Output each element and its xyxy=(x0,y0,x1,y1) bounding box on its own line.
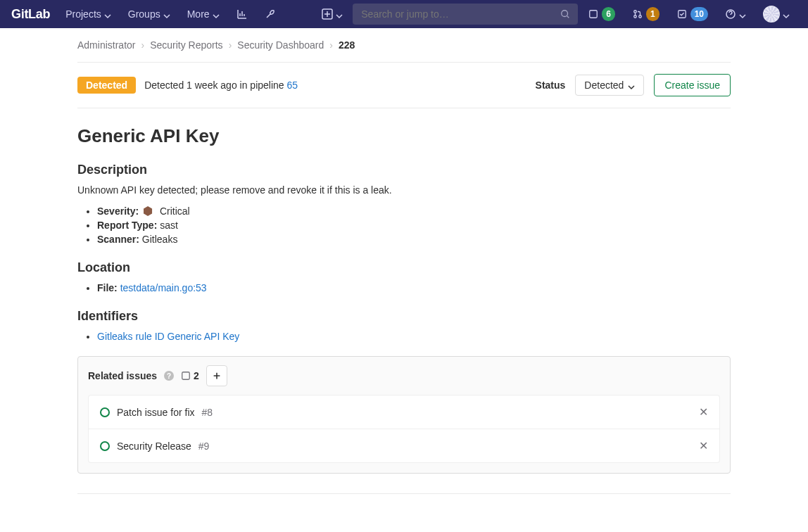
issue-ref: #9 xyxy=(198,441,210,452)
scanner-item: Scanner: Gitleaks xyxy=(97,234,731,245)
nav-more[interactable]: More xyxy=(180,3,227,25)
related-issues-panel: Related issues ? 2 Patch issue for fix #… xyxy=(77,356,731,474)
crumb-current: 228 xyxy=(339,39,355,51)
description-text: Unknown API key detected; please remove … xyxy=(77,184,731,196)
help-icon xyxy=(725,8,736,20)
svg-point-5 xyxy=(639,15,642,18)
location-heading: Location xyxy=(77,260,731,275)
help-icon[interactable]: ? xyxy=(164,371,174,381)
status-row: Detected Detected 1 week ago in pipeline… xyxy=(77,63,731,108)
chevron-right-icon: › xyxy=(229,39,232,51)
status-dropdown[interactable]: Detected xyxy=(575,75,644,96)
chevron-down-icon xyxy=(213,11,220,18)
nav-groups-label: Groups xyxy=(128,8,160,20)
status-label: Status xyxy=(536,80,566,91)
todos-badge: 10 xyxy=(690,7,708,21)
nav-projects-label: Projects xyxy=(65,8,101,20)
issues-badge: 6 xyxy=(602,7,615,21)
identifiers-heading: Identifiers xyxy=(77,309,731,324)
severity-value: Critical xyxy=(160,205,190,217)
brand-logo[interactable]: GitLab xyxy=(6,7,56,22)
avatar xyxy=(763,6,780,23)
issue-open-icon xyxy=(100,441,110,451)
report-type-item: Report Type: sast xyxy=(97,220,731,231)
severity-item: Severity: Critical xyxy=(97,205,731,217)
related-count: 2 xyxy=(181,370,199,381)
global-search[interactable] xyxy=(353,4,578,25)
chevron-right-icon: › xyxy=(329,39,333,51)
merge-request-icon xyxy=(632,8,643,20)
scanner-value: Gitleaks xyxy=(142,234,178,245)
status-badge: Detected xyxy=(77,77,136,94)
create-issue-button[interactable]: Create issue xyxy=(654,74,731,96)
detected-text: Detected 1 week ago in pipeline 65 xyxy=(144,80,298,91)
mr-badge: 1 xyxy=(646,7,659,21)
nav-plus[interactable] xyxy=(315,3,350,25)
svg-rect-2 xyxy=(590,11,598,18)
chevron-right-icon: › xyxy=(141,39,144,51)
search-input[interactable] xyxy=(360,8,554,20)
chevron-down-icon xyxy=(628,82,635,89)
top-navbar: GitLab Projects Groups More xyxy=(0,0,808,28)
file-link[interactable]: testdata/main.go:53 xyxy=(120,282,207,293)
scanner-key: Scanner: xyxy=(97,234,139,245)
nav-projects[interactable]: Projects xyxy=(58,3,118,25)
related-issue-row[interactable]: Patch issue for fix #8 ✕ xyxy=(89,395,719,429)
svg-point-1 xyxy=(562,11,568,17)
related-count-value: 2 xyxy=(194,370,199,381)
nav-groups[interactable]: Groups xyxy=(121,3,177,25)
crumb-security-dashboard[interactable]: Security Dashboard xyxy=(237,39,324,51)
report-key: Report Type: xyxy=(97,220,157,231)
issue-ref: #8 xyxy=(202,407,213,418)
chevron-down-icon xyxy=(783,11,790,18)
nav-user-menu[interactable] xyxy=(756,3,797,25)
nav-analytics-icon[interactable] xyxy=(229,3,255,25)
svg-point-3 xyxy=(634,11,637,13)
identifier-link[interactable]: Gitleaks rule ID Generic API Key xyxy=(97,331,239,342)
crumb-security-reports[interactable]: Security Reports xyxy=(150,39,222,51)
svg-rect-8 xyxy=(182,372,190,380)
plus-square-icon xyxy=(322,8,333,20)
description-heading: Description xyxy=(77,163,731,177)
related-issue-row[interactable]: Security Release #9 ✕ xyxy=(89,429,719,462)
chevron-down-icon xyxy=(163,11,170,18)
page-title: Generic API Key xyxy=(77,125,731,147)
related-heading: Related issues xyxy=(88,370,157,381)
plus-icon xyxy=(212,371,222,381)
issue-icon xyxy=(588,8,599,20)
divider xyxy=(77,493,731,494)
detected-prefix: Detected 1 week ago in pipeline xyxy=(144,80,286,91)
chevron-down-icon xyxy=(739,11,746,18)
add-related-button[interactable] xyxy=(206,365,227,386)
breadcrumb: Administrator › Security Reports › Secur… xyxy=(77,28,731,63)
chart-icon xyxy=(236,8,248,20)
crumb-admin[interactable]: Administrator xyxy=(77,39,135,51)
issue-title: Patch issue for fix xyxy=(117,407,195,418)
remove-related-button[interactable]: ✕ xyxy=(699,405,708,419)
search-icon xyxy=(560,8,571,20)
severity-critical-icon xyxy=(143,206,153,216)
file-item: File: testdata/main.go:53 xyxy=(97,282,731,293)
chevron-down-icon xyxy=(336,11,343,18)
issue-open-icon xyxy=(100,407,110,417)
chevron-down-icon xyxy=(104,11,111,18)
severity-key: Severity: xyxy=(97,205,139,217)
report-value: sast xyxy=(160,220,178,231)
issue-title: Security Release xyxy=(117,441,191,452)
remove-related-button[interactable]: ✕ xyxy=(699,439,708,452)
nav-more-label: More xyxy=(187,8,210,20)
nav-mr-counter[interactable]: 1 xyxy=(625,3,667,25)
pipeline-link[interactable]: 65 xyxy=(287,80,298,91)
wrench-icon xyxy=(265,8,276,20)
nav-wrench-icon[interactable] xyxy=(258,3,283,25)
file-key: File: xyxy=(97,282,118,293)
detail-list: Severity: Critical Report Type: sast Sca… xyxy=(77,205,731,245)
nav-issues-counter[interactable]: 6 xyxy=(581,3,622,25)
nav-help[interactable] xyxy=(718,3,753,25)
todo-icon xyxy=(676,8,688,20)
svg-point-4 xyxy=(634,15,637,18)
identifier-item: Gitleaks rule ID Generic API Key xyxy=(97,331,731,342)
status-dropdown-value: Detected xyxy=(584,80,624,91)
link-icon xyxy=(181,371,191,381)
nav-todos-counter[interactable]: 10 xyxy=(669,3,715,25)
